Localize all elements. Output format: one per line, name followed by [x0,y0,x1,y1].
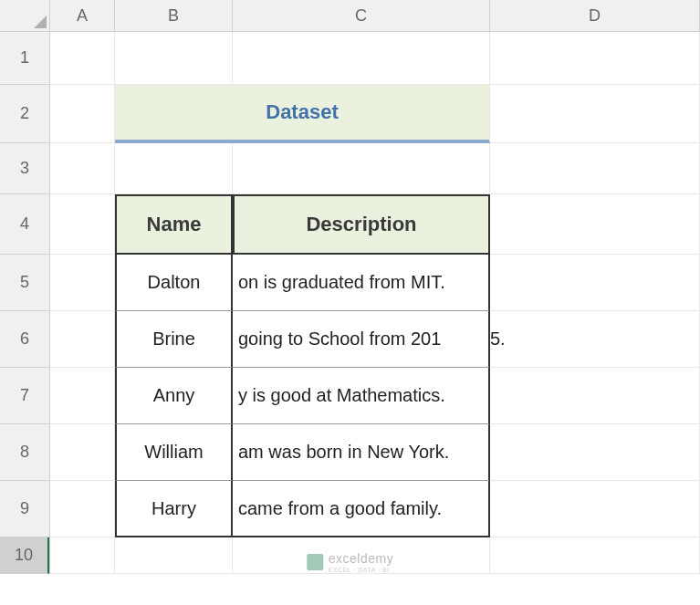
watermark-logo-icon [307,554,323,570]
cell-desc-3[interactable]: y is good at Mathematics. [233,368,490,424]
cell-desc-1[interactable]: on is graduated from MIT. [233,255,490,311]
table-header-name[interactable]: Name [115,194,233,255]
cell-d1[interactable] [490,32,700,85]
cell-b1[interactable] [115,32,233,85]
watermark-text-block: exceldemy EXCEL · DATA · BI [329,550,393,573]
cell-desc-5[interactable]: came from a good family. [233,481,490,537]
cell-a9[interactable] [50,481,115,537]
cell-d2[interactable] [490,85,700,143]
row-header-6[interactable]: 6 [0,311,49,368]
cell-b10[interactable] [115,537,233,574]
column-headers: A B C D [50,0,700,32]
row-header-10[interactable]: 10 [0,537,49,574]
row-header-1[interactable]: 1 [0,32,49,85]
cell-name-4[interactable]: William [115,424,233,481]
cell-a3[interactable] [50,143,115,194]
cell-d8[interactable] [490,424,700,481]
watermark-tagline: EXCEL · DATA · BI [329,567,393,573]
watermark: exceldemy EXCEL · DATA · BI [307,550,393,573]
cell-d9[interactable] [490,481,700,537]
cell-name-1[interactable]: Dalton [115,255,233,311]
col-header-c[interactable]: C [233,0,490,31]
cell-name-2[interactable]: Brine [115,311,233,368]
select-all-corner[interactable] [0,0,50,32]
desc-text: y is good at Mathematics. [238,385,445,406]
cell-c1[interactable] [233,32,490,85]
cell-desc-2[interactable]: going to School from 2015. [233,311,490,368]
row-headers: 1 2 3 4 5 6 7 8 9 10 [0,32,50,574]
cell-a5[interactable] [50,255,115,311]
row-header-9[interactable]: 9 [0,481,49,537]
cell-name-5[interactable]: Harry [115,481,233,537]
desc-text: am was born in New York. [238,442,449,463]
cell-c3[interactable] [233,143,490,194]
cell-d4[interactable] [490,194,700,255]
col-header-a[interactable]: A [50,0,115,31]
cell-a1[interactable] [50,32,115,85]
cell-d7[interactable] [490,368,700,424]
row-header-7[interactable]: 7 [0,368,49,424]
table-header-description[interactable]: Description [233,194,490,255]
select-all-triangle-icon [34,16,47,28]
row-header-3[interactable]: 3 [0,143,49,194]
cell-b3[interactable] [115,143,233,194]
watermark-brand: exceldemy [329,551,393,566]
row-header-2[interactable]: 2 [0,85,49,143]
desc-text: came from a good family. [238,498,442,519]
cell-a8[interactable] [50,424,115,481]
dataset-title-cell[interactable]: Dataset [115,85,490,143]
cells-area: Dataset Name Description Dalton on is gr… [50,32,700,605]
desc-text: on is graduated from MIT. [238,272,445,293]
cell-name-3[interactable]: Anny [115,368,233,424]
row-header-4[interactable]: 4 [0,194,49,255]
col-header-d[interactable]: D [490,0,700,31]
row-header-5[interactable]: 5 [0,255,49,311]
cell-d6[interactable] [490,311,700,368]
cell-d10[interactable] [490,537,700,574]
cell-d3[interactable] [490,143,700,194]
cell-d5[interactable] [490,255,700,311]
cell-a7[interactable] [50,368,115,424]
cell-a6[interactable] [50,311,115,368]
row-header-8[interactable]: 8 [0,424,49,481]
desc-text: going to School from 201 [238,329,441,349]
cell-a2[interactable] [50,85,115,143]
spreadsheet: A B C D 1 2 3 4 5 6 7 8 9 10 Dataset [0,0,700,605]
cell-desc-4[interactable]: am was born in New York. [233,424,490,481]
cell-a4[interactable] [50,194,115,255]
col-header-b[interactable]: B [115,0,233,31]
cell-a10[interactable] [50,537,115,574]
